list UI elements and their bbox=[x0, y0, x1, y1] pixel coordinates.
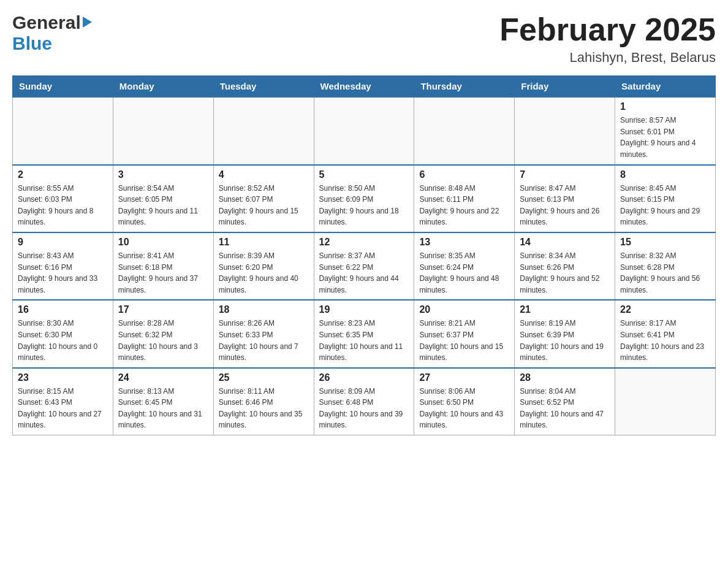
sunrise-text: Sunrise: 8:55 AM bbox=[18, 183, 108, 194]
daylight-text: Daylight: 10 hours and 7 minutes. bbox=[219, 341, 309, 364]
sunrise-text: Sunrise: 8:11 AM bbox=[219, 386, 309, 397]
table-row: 26Sunrise: 8:09 AMSunset: 6:48 PMDayligh… bbox=[314, 368, 414, 435]
sunrise-text: Sunrise: 8:39 AM bbox=[219, 250, 309, 262]
sunrise-text: Sunrise: 8:21 AM bbox=[419, 318, 509, 329]
day-number: 17 bbox=[118, 304, 208, 315]
day-info: Sunrise: 8:06 AMSunset: 6:50 PMDaylight:… bbox=[419, 386, 509, 431]
day-number: 11 bbox=[219, 237, 309, 248]
day-info: Sunrise: 8:55 AMSunset: 6:03 PMDaylight:… bbox=[18, 183, 108, 228]
location-subtitle: Lahishyn, Brest, Belarus bbox=[499, 50, 716, 66]
sunrise-text: Sunrise: 8:17 AM bbox=[620, 318, 710, 329]
sunset-text: Sunset: 6:22 PM bbox=[319, 262, 409, 274]
calendar-week-row: 9Sunrise: 8:43 AMSunset: 6:16 PMDaylight… bbox=[13, 232, 716, 300]
logo: General Blue bbox=[12, 12, 92, 54]
table-row: 10Sunrise: 8:41 AMSunset: 6:18 PMDayligh… bbox=[113, 232, 213, 300]
day-number: 19 bbox=[319, 304, 409, 315]
daylight-text: Daylight: 9 hours and 8 minutes. bbox=[18, 205, 108, 228]
table-row: 19Sunrise: 8:23 AMSunset: 6:35 PMDayligh… bbox=[314, 300, 414, 367]
col-friday: Friday bbox=[515, 76, 615, 98]
col-tuesday: Tuesday bbox=[213, 76, 314, 98]
table-row: 11Sunrise: 8:39 AMSunset: 6:20 PMDayligh… bbox=[213, 232, 314, 300]
day-number: 3 bbox=[118, 169, 208, 180]
day-info: Sunrise: 8:09 AMSunset: 6:48 PMDaylight:… bbox=[319, 386, 409, 431]
sunset-text: Sunset: 6:24 PM bbox=[419, 262, 509, 274]
daylight-text: Daylight: 10 hours and 27 minutes. bbox=[18, 408, 108, 431]
day-info: Sunrise: 8:32 AMSunset: 6:28 PMDaylight:… bbox=[620, 250, 710, 296]
daylight-text: Daylight: 10 hours and 43 minutes. bbox=[419, 408, 509, 431]
daylight-text: Daylight: 10 hours and 19 minutes. bbox=[520, 341, 610, 364]
day-info: Sunrise: 8:34 AMSunset: 6:26 PMDaylight:… bbox=[520, 250, 610, 296]
day-number: 23 bbox=[18, 372, 108, 383]
sunrise-text: Sunrise: 8:43 AM bbox=[18, 250, 108, 262]
month-title: February 2025 bbox=[499, 12, 716, 47]
day-number: 13 bbox=[419, 237, 509, 248]
logo-blue-text: Blue bbox=[12, 33, 52, 53]
day-number: 9 bbox=[18, 237, 108, 248]
sunset-text: Sunset: 6:33 PM bbox=[219, 329, 309, 341]
sunrise-text: Sunrise: 8:06 AM bbox=[419, 386, 509, 397]
sunrise-text: Sunrise: 8:35 AM bbox=[419, 250, 509, 262]
sunset-text: Sunset: 6:01 PM bbox=[620, 126, 710, 138]
sunrise-text: Sunrise: 8:19 AM bbox=[520, 318, 610, 329]
day-number: 18 bbox=[219, 304, 309, 315]
day-number: 1 bbox=[620, 101, 710, 112]
sunrise-text: Sunrise: 8:37 AM bbox=[319, 250, 409, 262]
sunrise-text: Sunrise: 8:26 AM bbox=[219, 318, 309, 329]
sunset-text: Sunset: 6:16 PM bbox=[18, 262, 108, 274]
daylight-text: Daylight: 9 hours and 37 minutes. bbox=[118, 273, 208, 296]
table-row bbox=[13, 97, 113, 164]
sunrise-text: Sunrise: 8:48 AM bbox=[419, 183, 509, 194]
day-info: Sunrise: 8:28 AMSunset: 6:32 PMDaylight:… bbox=[118, 318, 208, 363]
daylight-text: Daylight: 10 hours and 35 minutes. bbox=[219, 408, 309, 431]
day-info: Sunrise: 8:04 AMSunset: 6:52 PMDaylight:… bbox=[520, 386, 610, 431]
day-info: Sunrise: 8:11 AMSunset: 6:46 PMDaylight:… bbox=[219, 386, 309, 431]
daylight-text: Daylight: 9 hours and 44 minutes. bbox=[319, 273, 409, 296]
day-info: Sunrise: 8:39 AMSunset: 6:20 PMDaylight:… bbox=[219, 250, 309, 296]
day-number: 22 bbox=[620, 304, 710, 315]
table-row: 22Sunrise: 8:17 AMSunset: 6:41 PMDayligh… bbox=[615, 300, 716, 367]
day-info: Sunrise: 8:47 AMSunset: 6:13 PMDaylight:… bbox=[520, 183, 610, 228]
calendar-week-row: 23Sunrise: 8:15 AMSunset: 6:43 PMDayligh… bbox=[13, 368, 716, 435]
calendar-week-row: 2Sunrise: 8:55 AMSunset: 6:03 PMDaylight… bbox=[13, 165, 716, 232]
table-row: 4Sunrise: 8:52 AMSunset: 6:07 PMDaylight… bbox=[213, 165, 314, 232]
logo-general-text: General bbox=[12, 12, 81, 33]
daylight-text: Daylight: 9 hours and 18 minutes. bbox=[319, 205, 409, 228]
sunrise-text: Sunrise: 8:23 AM bbox=[319, 318, 409, 329]
sunrise-text: Sunrise: 8:04 AM bbox=[520, 386, 610, 397]
table-row: 24Sunrise: 8:13 AMSunset: 6:45 PMDayligh… bbox=[113, 368, 213, 435]
daylight-text: Daylight: 10 hours and 31 minutes. bbox=[118, 408, 208, 431]
col-saturday: Saturday bbox=[615, 76, 716, 98]
sunrise-text: Sunrise: 8:09 AM bbox=[319, 386, 409, 397]
table-row bbox=[515, 97, 615, 164]
sunset-text: Sunset: 6:09 PM bbox=[319, 194, 409, 205]
sunrise-text: Sunrise: 8:54 AM bbox=[118, 183, 208, 194]
day-number: 8 bbox=[620, 169, 710, 180]
day-info: Sunrise: 8:13 AMSunset: 6:45 PMDaylight:… bbox=[118, 386, 208, 431]
table-row: 25Sunrise: 8:11 AMSunset: 6:46 PMDayligh… bbox=[213, 368, 314, 435]
table-row: 20Sunrise: 8:21 AMSunset: 6:37 PMDayligh… bbox=[414, 300, 515, 367]
sunrise-text: Sunrise: 8:15 AM bbox=[18, 386, 108, 397]
table-row: 2Sunrise: 8:55 AMSunset: 6:03 PMDaylight… bbox=[13, 165, 113, 232]
day-info: Sunrise: 8:17 AMSunset: 6:41 PMDaylight:… bbox=[620, 318, 710, 363]
daylight-text: Daylight: 9 hours and 11 minutes. bbox=[118, 205, 208, 228]
day-number: 12 bbox=[319, 237, 409, 248]
sunset-text: Sunset: 6:20 PM bbox=[219, 262, 309, 274]
daylight-text: Daylight: 9 hours and 4 minutes. bbox=[620, 137, 710, 160]
day-number: 14 bbox=[520, 237, 610, 248]
sunset-text: Sunset: 6:15 PM bbox=[620, 194, 710, 205]
table-row: 16Sunrise: 8:30 AMSunset: 6:30 PMDayligh… bbox=[13, 300, 113, 367]
col-thursday: Thursday bbox=[414, 76, 515, 98]
sunset-text: Sunset: 6:41 PM bbox=[620, 329, 710, 341]
day-number: 26 bbox=[319, 372, 409, 383]
day-number: 21 bbox=[520, 304, 610, 315]
daylight-text: Daylight: 10 hours and 39 minutes. bbox=[319, 408, 409, 431]
daylight-text: Daylight: 9 hours and 56 minutes. bbox=[620, 273, 710, 296]
day-info: Sunrise: 8:45 AMSunset: 6:15 PMDaylight:… bbox=[620, 183, 710, 228]
daylight-text: Daylight: 10 hours and 0 minutes. bbox=[18, 341, 108, 364]
sunset-text: Sunset: 6:28 PM bbox=[620, 262, 710, 274]
day-info: Sunrise: 8:48 AMSunset: 6:11 PMDaylight:… bbox=[419, 183, 509, 228]
daylight-text: Daylight: 10 hours and 11 minutes. bbox=[319, 341, 409, 364]
sunrise-text: Sunrise: 8:45 AM bbox=[620, 183, 710, 194]
sunset-text: Sunset: 6:43 PM bbox=[18, 397, 108, 408]
sunrise-text: Sunrise: 8:28 AM bbox=[118, 318, 208, 329]
